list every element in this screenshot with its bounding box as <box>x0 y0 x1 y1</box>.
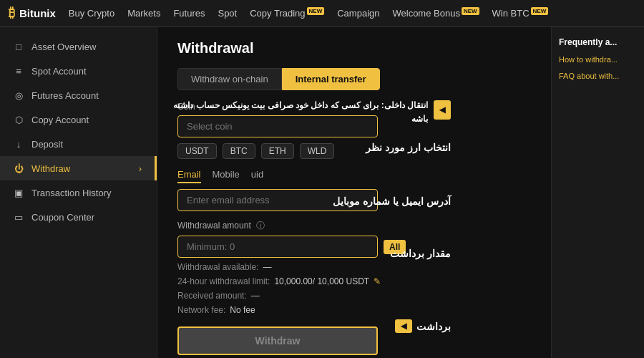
withdrawal-tabs: Withdraw on-chain Internal transfer <box>177 68 531 90</box>
annotation-withdraw: برداشت ◀ <box>395 319 451 333</box>
coupon-icon: ▭ <box>13 211 24 223</box>
new-badge-3: NEW <box>531 7 549 15</box>
top-navigation: ₿ Bitunix Buy Crypto Markets Futures Spo… <box>0 0 644 27</box>
sidebar-label: Coupon Center <box>31 212 94 223</box>
available-info: Withdrawal available: — <box>177 262 531 272</box>
sidebar-label: Asset Overview <box>31 42 96 52</box>
logo[interactable]: ₿ Bitunix <box>9 6 56 21</box>
available-label: Withdrawal available: <box>177 262 258 272</box>
email-input[interactable] <box>177 189 378 211</box>
tab-email[interactable]: Email <box>177 169 201 183</box>
fee-info: Network fee: No fee <box>177 305 531 315</box>
right-panel-title: Frequently a... <box>559 37 637 47</box>
power-icon: ⏻ <box>13 163 24 174</box>
nav-win-btc[interactable]: Win BTCNEW <box>492 8 549 19</box>
received-value: — <box>251 291 260 301</box>
sidebar-item-withdraw[interactable]: ⏻ Withdraw › <box>0 156 157 180</box>
main-layout: □ Asset Overview ≡ Spot Account ◎ Future… <box>0 27 644 358</box>
limit-value: 10,000.00/ 10,000 USDT <box>274 276 369 286</box>
nav-welcome-bonus[interactable]: Welcome BonusNEW <box>392 8 479 19</box>
logo-text: Bitunix <box>19 7 56 19</box>
sidebar-item-asset-overview[interactable]: □ Asset Overview <box>0 34 157 59</box>
square-icon: □ <box>13 41 24 52</box>
nav-markets[interactable]: Markets <box>127 8 160 19</box>
page-title: Withdrawal <box>177 40 531 57</box>
contact-method-tabs: Email Mobile uid <box>177 169 531 183</box>
fee-value: No fee <box>230 305 255 315</box>
main-content: Withdrawal Withdraw on-chain Internal tr… <box>157 27 551 358</box>
nav-spot[interactable]: Spot <box>218 8 237 19</box>
sidebar-label: Deposit <box>31 139 63 150</box>
limit-label: 24-hour withdrawal limit: <box>177 276 270 286</box>
limit-info: 24-hour withdrawal limit: 10,000.00/ 10,… <box>177 276 531 286</box>
faq-link-2[interactable]: FAQ about with... <box>559 71 637 82</box>
sidebar-item-spot-account[interactable]: ≡ Spot Account <box>0 59 157 83</box>
sidebar-item-transaction-history[interactable]: ▣ Transaction History <box>0 180 157 205</box>
chip-wld[interactable]: WLD <box>300 143 335 159</box>
new-badge-2: NEW <box>462 7 479 15</box>
received-info: Received amount: — <box>177 291 531 301</box>
grid-icon: ▣ <box>13 187 24 198</box>
coin-chips: USDT BTC ETH WLD <box>177 143 531 159</box>
tab-mobile[interactable]: Mobile <box>213 169 240 183</box>
edit-icon[interactable]: ✎ <box>374 276 381 286</box>
list-icon: ≡ <box>13 65 24 77</box>
sidebar-label: Spot Account <box>31 66 87 77</box>
chip-btc[interactable]: BTC <box>223 143 255 159</box>
sidebar-item-futures-account[interactable]: ◎ Futures Account <box>0 83 157 107</box>
received-label: Received amount: <box>177 291 247 301</box>
sidebar-item-copy-account[interactable]: ⬡ Copy Account <box>0 107 157 132</box>
all-button[interactable]: All <box>384 240 406 254</box>
sidebar-label: Withdraw <box>31 163 70 174</box>
coin-label: Coin <box>177 102 531 112</box>
annotation-withdraw-text: برداشت <box>416 321 451 332</box>
chip-eth[interactable]: ETH <box>261 143 294 159</box>
tab-uid[interactable]: uid <box>251 169 263 183</box>
available-value: — <box>263 262 271 272</box>
nav-buy-crypto[interactable]: Buy Crypto <box>69 8 114 19</box>
hex-icon: ⬡ <box>13 114 24 125</box>
sidebar-item-deposit[interactable]: ↓ Deposit <box>0 132 157 156</box>
withdraw-button[interactable]: Withdraw <box>177 326 378 355</box>
tab-withdraw-onchain[interactable]: Withdraw on-chain <box>177 68 282 90</box>
sidebar-label: Copy Account <box>31 115 89 125</box>
amount-row: All <box>177 236 531 258</box>
sidebar-item-coupon-center[interactable]: ▭ Coupon Center <box>0 205 157 229</box>
new-badge: NEW <box>307 7 325 15</box>
faq-link-1[interactable]: How to withdra... <box>559 54 637 65</box>
nav-copy-trading[interactable]: Copy TradingNEW <box>250 8 324 19</box>
circle-icon: ◎ <box>13 90 24 101</box>
amount-label-text: Withdrawal amount <box>177 221 251 231</box>
fee-label: Network fee: <box>177 305 225 315</box>
sidebar: □ Asset Overview ≡ Spot Account ◎ Future… <box>0 27 157 358</box>
nav-futures[interactable]: Futures <box>173 8 205 19</box>
logo-icon: ₿ <box>9 6 15 21</box>
amount-label: Withdrawal amount ⓘ <box>177 220 531 232</box>
nav-campaign[interactable]: Campaign <box>337 8 379 19</box>
chip-usdt[interactable]: USDT <box>177 143 217 159</box>
right-panel: Frequently a... How to withdra... FAQ ab… <box>551 27 644 358</box>
tab-internal-transfer[interactable]: Internal transfer <box>282 68 380 90</box>
deposit-icon: ↓ <box>13 138 24 150</box>
coin-input[interactable] <box>177 115 378 137</box>
sidebar-label: Futures Account <box>31 90 99 101</box>
amount-input[interactable] <box>177 236 378 258</box>
sidebar-label: Transaction History <box>31 188 112 198</box>
info-icon: ⓘ <box>256 221 265 231</box>
